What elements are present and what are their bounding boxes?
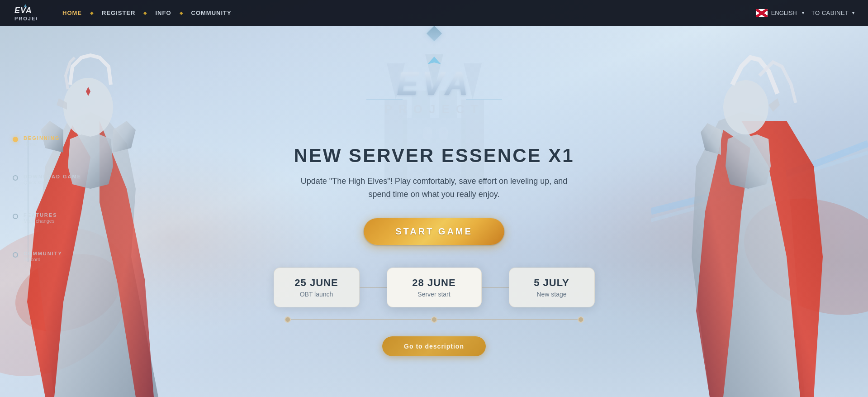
svg-text:PROJECT: PROJECT	[14, 16, 37, 21]
go-to-description-button[interactable]: Go to description	[382, 336, 486, 356]
side-nav-dot-community	[13, 252, 18, 258]
side-nav-item-download[interactable]: DOWNLOAD GAME Quick start	[13, 174, 81, 185]
nav-dot-3: ◆	[180, 10, 183, 15]
tl-dot-2	[578, 316, 584, 323]
language-selector[interactable]: ENGLISH ▾	[756, 9, 804, 17]
server-description: Update "The High Elves"! Play comfortabl…	[301, 175, 567, 201]
side-nav-title-features: FEATURES	[24, 212, 57, 218]
svg-marker-19	[427, 57, 441, 64]
timeline-label-0: OBT launch	[288, 291, 346, 298]
game-logo: EVA PROJECT	[344, 54, 525, 138]
tl-line-1	[291, 319, 431, 320]
hero-content: EVA PROJECT NEW SERVER ESSENCE X1 Update…	[274, 54, 595, 356]
tl-dot-1	[431, 316, 437, 323]
side-nav-title-beginning: BEGINNING	[24, 135, 60, 141]
timeline-section: 25 JUNE OBT launch 28 JUNE Server start …	[274, 268, 595, 307]
side-nav-item-features[interactable]: FEATURES Main changes	[13, 212, 81, 224]
side-nav-title-community: COMMUNITY	[24, 251, 62, 256]
timeline-date-0: 25 JUNE	[288, 277, 346, 289]
timeline-progress	[285, 316, 584, 323]
nav-links: HOME ◆ REGISTER ◆ INFO ◆ COMMUNITY	[57, 10, 756, 16]
timeline-label-1: Server start	[401, 291, 468, 298]
side-nav-sub-download: Quick start	[24, 180, 81, 185]
side-nav-dot-beginning	[13, 137, 18, 142]
flag-icon	[756, 9, 768, 17]
nav-community[interactable]: COMMUNITY	[186, 10, 237, 16]
side-nav-item-beginning[interactable]: BEGINNING Home	[13, 135, 81, 147]
timeline-card-1: 28 JUNE Server start	[387, 268, 482, 307]
svg-text:PROJECT: PROJECT	[384, 102, 484, 116]
server-title: NEW SERVER ESSENCE X1	[294, 145, 574, 167]
hero-section: BEGINNING Home DOWNLOAD GAME Quick start…	[0, 0, 868, 397]
side-nav-sub-beginning: Home	[24, 141, 60, 147]
nav-dot-1: ◆	[90, 10, 94, 15]
side-nav-dot-features	[13, 214, 18, 219]
side-nav-sub-community: Discord	[24, 257, 62, 262]
side-nav-dot-download	[13, 175, 18, 181]
timeline-card-0: 25 JUNE OBT launch	[274, 268, 360, 307]
side-nav-sub-features: Main changes	[24, 218, 57, 224]
timeline-connector-1	[360, 287, 387, 288]
to-cabinet-button[interactable]: TO CABINET ▾	[811, 10, 854, 16]
to-cabinet-label: TO CABINET	[811, 10, 849, 16]
svg-text:EVA: EVA	[14, 6, 32, 15]
side-nav-label-beginning: BEGINNING Home	[24, 135, 60, 147]
nav-info[interactable]: INFO	[150, 10, 176, 16]
nav-home[interactable]: HOME	[57, 10, 87, 16]
timeline-date-2: 5 JULY	[523, 277, 581, 289]
svg-point-18	[723, 80, 768, 134]
svg-point-15	[63, 78, 113, 137]
nav-register[interactable]: REGISTER	[96, 10, 141, 16]
server-desc-line2: spend time on what you really enjoy.	[369, 190, 500, 199]
character-right	[651, 30, 868, 397]
side-nav-item-community-side[interactable]: COMMUNITY Discord	[13, 251, 81, 262]
tl-dot-0	[285, 316, 291, 323]
navbar-right: ENGLISH ▾ TO CABINET ▾	[756, 9, 854, 17]
language-label: ENGLISH	[771, 10, 797, 16]
timeline-connector-2	[482, 287, 509, 288]
server-desc-line1: Update "The High Elves"! Play comfortabl…	[301, 177, 567, 186]
side-nav-line	[28, 135, 28, 262]
timeline-card-2: 5 JULY New stage	[509, 268, 595, 307]
logo[interactable]: EVA PROJECT	[14, 3, 39, 23]
lang-dropdown-arrow: ▾	[802, 10, 804, 15]
side-nav-title-download: DOWNLOAD GAME	[24, 174, 81, 179]
cabinet-dropdown-arrow: ▾	[852, 10, 855, 15]
navbar: EVA PROJECT HOME ◆ REGISTER ◆ INFO ◆ COM…	[0, 0, 868, 26]
svg-text:EVA: EVA	[396, 66, 472, 102]
side-nav-label-features: FEATURES Main changes	[24, 212, 57, 224]
tl-line-2	[437, 319, 578, 320]
start-game-button[interactable]: START GAME	[364, 218, 504, 245]
timeline-label-2: New stage	[523, 291, 581, 298]
nav-dot-2: ◆	[143, 10, 147, 15]
side-nav-label-community: COMMUNITY Discord	[24, 251, 62, 262]
side-nav-label-download: DOWNLOAD GAME Quick start	[24, 174, 81, 185]
side-navigation: BEGINNING Home DOWNLOAD GAME Quick start…	[13, 135, 81, 262]
timeline-date-1: 28 JUNE	[401, 277, 468, 289]
